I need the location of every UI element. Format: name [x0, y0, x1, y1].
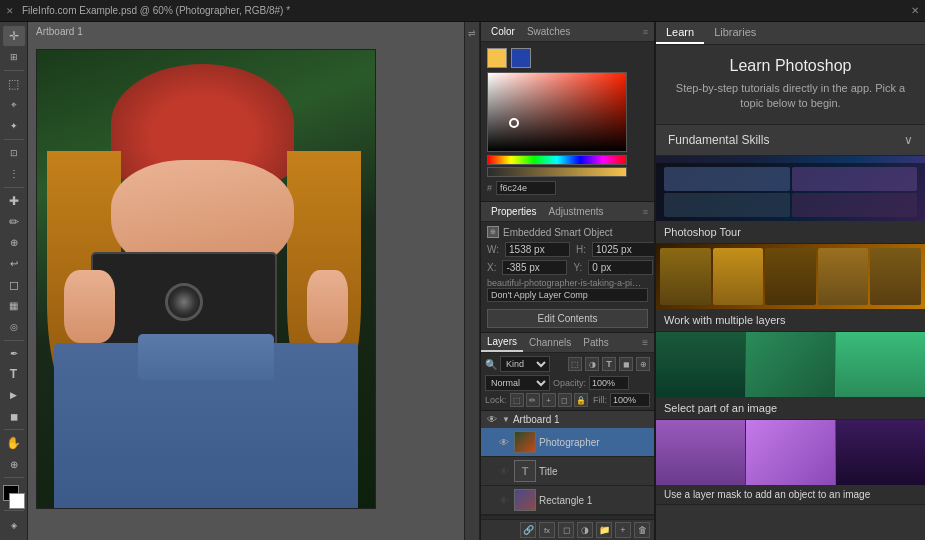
filter-smart-btn[interactable]: ⊕ [636, 357, 650, 371]
hand-tool[interactable]: ✋ [3, 433, 25, 453]
window-close-btn[interactable]: ✕ [911, 5, 919, 16]
tab-color[interactable]: Color [487, 25, 519, 38]
opacity-input[interactable] [589, 376, 629, 390]
pen-tool[interactable]: ✒ [3, 343, 25, 363]
eraser-tool[interactable]: ◻ [3, 275, 25, 295]
layer-fx-btn[interactable]: fx [539, 522, 555, 538]
filter-select[interactable]: Kind [500, 356, 550, 372]
width-input[interactable] [505, 242, 570, 257]
color-spectrum-bar[interactable] [487, 155, 627, 165]
color-swatches [1, 485, 27, 507]
artboard-tool[interactable]: ⊞ [3, 47, 25, 67]
layer-item-title[interactable]: 👁 T Title [481, 457, 654, 486]
layer-mask-btn[interactable]: ◻ [558, 522, 574, 538]
tab-paths[interactable]: Paths [577, 334, 615, 351]
artboard1-group-header[interactable]: 👁 ▼ Artboard 1 [481, 411, 654, 428]
title-eye[interactable]: 👁 [497, 466, 511, 477]
type-tool[interactable]: T [3, 364, 25, 384]
tab-channels[interactable]: Channels [523, 334, 577, 351]
height-input[interactable] [592, 242, 655, 257]
lock-transparent-btn[interactable]: ⬚ [510, 393, 524, 407]
move-tool[interactable]: ✛ [3, 26, 25, 46]
eyedropper-tool[interactable]: ⋮ [3, 164, 25, 184]
close-icon[interactable]: ✕ [6, 6, 14, 16]
fill-input[interactable] [610, 393, 650, 407]
lasso-tool[interactable]: ⌖ [3, 95, 25, 115]
layers-tabs-row: Layers Channels Paths ≡ [481, 333, 654, 353]
color-alpha-bar[interactable] [487, 167, 627, 177]
layer-delete-btn[interactable]: 🗑 [634, 522, 650, 538]
blend-mode-select[interactable]: Normal [485, 375, 550, 391]
tab-swatches[interactable]: Swatches [523, 25, 574, 38]
filter-text-btn[interactable]: T [602, 357, 616, 371]
layer-comp-dropdown[interactable] [487, 288, 648, 302]
canvas-image[interactable] [36, 49, 376, 509]
filename-text: beautiful-photographer-is-taking-a-pict.… [487, 278, 642, 288]
tab-libraries[interactable]: Libraries [704, 22, 766, 44]
gradient-tool[interactable]: ▦ [3, 296, 25, 316]
color-swatches-row [487, 48, 648, 68]
brush-tool[interactable]: ✏ [3, 212, 25, 232]
color-picker-cursor [509, 118, 519, 128]
layer-item-rectangle1[interactable]: 👁 Rectangle 1 [481, 486, 654, 515]
layers-menu-btn[interactable]: ≡ [640, 337, 650, 348]
artboard1-arrow[interactable]: ▼ [502, 415, 510, 424]
lock-position-btn[interactable]: + [542, 393, 556, 407]
canvas-content[interactable] [28, 41, 464, 540]
path-select-tool[interactable]: ▶ [3, 385, 25, 405]
layer-new-btn[interactable]: + [615, 522, 631, 538]
x-label: X: [487, 262, 496, 273]
layer-link-btn[interactable]: 🔗 [520, 522, 536, 538]
fundamental-skills-header[interactable]: Fundamental Skills ∨ [656, 125, 925, 155]
photographer-eye[interactable]: 👁 [497, 437, 511, 448]
fg-color-swatch[interactable] [487, 48, 507, 68]
artboard1-eye[interactable]: 👁 [485, 414, 499, 425]
stamp-tool[interactable]: ⊕ [3, 233, 25, 253]
rectangle1-eye[interactable]: 👁 [497, 495, 511, 506]
tab-adjustments[interactable]: Adjustments [545, 205, 608, 218]
history-brush-tool[interactable]: ↩ [3, 254, 25, 274]
mid-toolbar: ⇌ [464, 22, 480, 540]
lock-image-btn[interactable]: ✏ [526, 393, 540, 407]
learn-panel: Learn Libraries Learn Photoshop Step-by-… [655, 22, 925, 540]
filter-adj-btn[interactable]: ◑ [585, 357, 599, 371]
3d-mode-icon[interactable]: ◈ [3, 516, 25, 536]
title-name: Title [539, 466, 558, 477]
learn-card-mask[interactable]: Use a layer mask to add an object to an … [656, 420, 925, 505]
heal-tool[interactable]: ✚ [3, 191, 25, 211]
layer-adj-btn[interactable]: ◑ [577, 522, 593, 538]
tab-properties[interactable]: Properties [487, 205, 541, 218]
filter-shape-btn[interactable]: ◼ [619, 357, 633, 371]
zoom-tool[interactable]: ⊕ [3, 454, 25, 474]
x-input[interactable] [502, 260, 567, 275]
color-panel-close[interactable]: ≡ [643, 27, 648, 37]
properties-panel-close[interactable]: ≡ [643, 207, 648, 217]
layer-group-artboard1: 👁 ▼ Artboard 1 👁 Photographer 👁 T [481, 411, 654, 516]
lock-all-btn[interactable]: 🔒 [574, 393, 588, 407]
background-swatch[interactable] [9, 493, 25, 509]
tab-learn[interactable]: Learn [656, 22, 704, 44]
learn-card-layers[interactable]: Work with multiple layers [656, 244, 925, 332]
blend-opacity-row: Normal Opacity: [485, 375, 650, 391]
select-rect-tool[interactable]: ⬚ [3, 74, 25, 94]
lock-artboard-btn[interactable]: ◻ [558, 393, 572, 407]
panel-toggle-icon[interactable]: ⇌ [468, 26, 476, 40]
filter-icon: 🔍 [485, 359, 497, 370]
crop-tool[interactable]: ⊡ [3, 143, 25, 163]
learn-card-select[interactable]: Select part of an image [656, 332, 925, 420]
tab-layers[interactable]: Layers [481, 333, 523, 352]
shape-tool[interactable]: ◼ [3, 406, 25, 426]
tour-thumbnail [656, 156, 925, 221]
hex-input[interactable] [496, 181, 556, 195]
y-input[interactable] [588, 260, 653, 275]
color-gradient-picker[interactable] [487, 72, 627, 152]
edit-contents-button[interactable]: Edit Contents [487, 309, 648, 328]
filter-pixel-btn[interactable]: ⬚ [568, 357, 582, 371]
bg-color-swatch[interactable] [511, 48, 531, 68]
layer-folder-btn[interactable]: 📁 [596, 522, 612, 538]
layer-item-photographer[interactable]: 👁 Photographer [481, 428, 654, 457]
dodge-tool[interactable]: ◎ [3, 317, 25, 337]
lock-icons: ⬚ ✏ + ◻ 🔒 [510, 393, 588, 407]
magic-wand-tool[interactable]: ✦ [3, 116, 25, 136]
learn-card-tour[interactable]: Photoshop Tour [656, 156, 925, 244]
